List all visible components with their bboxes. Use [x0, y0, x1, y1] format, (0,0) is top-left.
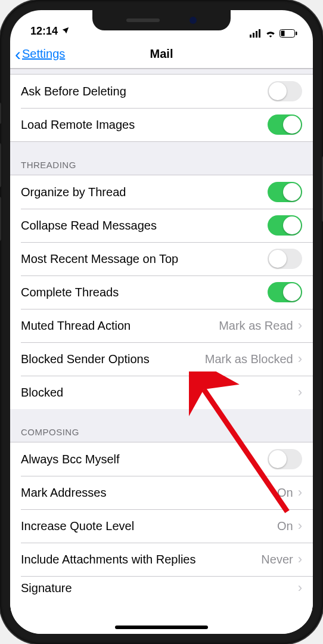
- ask-before-deleting-switch[interactable]: [268, 81, 302, 101]
- svg-rect-5: [281, 31, 285, 36]
- signature-label: Signature: [21, 581, 298, 595]
- load-remote-images-label: Load Remote Images: [21, 118, 268, 132]
- svg-rect-1: [253, 33, 254, 38]
- group-header-threading: THREADING: [10, 141, 313, 175]
- chevron-right-icon: ›: [298, 552, 302, 567]
- row-organize-by-thread[interactable]: Organize by Thread: [10, 175, 313, 209]
- most-recent-on-top-label: Most Recent Message on Top: [21, 252, 268, 266]
- status-time: 12:14: [30, 25, 58, 38]
- blocked-sender-options-label: Blocked Sender Options: [21, 352, 205, 366]
- load-remote-images-switch[interactable]: [268, 114, 302, 135]
- chevron-right-icon: ›: [298, 385, 302, 400]
- increase-quote-level-value: On: [277, 519, 293, 533]
- svg-rect-3: [259, 29, 260, 38]
- complete-threads-label: Complete Threads: [21, 286, 268, 299]
- chevron-right-icon: ›: [298, 485, 302, 500]
- row-most-recent-on-top[interactable]: Most Recent Message on Top: [10, 242, 313, 275]
- blocked-label: Blocked: [21, 386, 298, 400]
- row-ask-before-deleting[interactable]: Ask Before Deleting: [10, 75, 313, 108]
- ask-before-deleting-label: Ask Before Deleting: [21, 85, 268, 98]
- muted-thread-action-label: Muted Thread Action: [21, 319, 219, 333]
- complete-threads-switch[interactable]: [268, 282, 302, 302]
- cellular-signal-icon: [250, 29, 262, 38]
- always-bcc-myself-switch[interactable]: [268, 449, 302, 469]
- row-complete-threads[interactable]: Complete Threads: [10, 275, 313, 309]
- back-button[interactable]: ‹ Settings: [15, 45, 65, 63]
- back-label: Settings: [22, 47, 65, 61]
- include-attachments-label: Include Attachments with Replies: [21, 553, 261, 566]
- include-attachments-value: Never: [261, 553, 293, 566]
- row-blocked-sender-options[interactable]: Blocked Sender Options Mark as Blocked ›: [10, 342, 313, 376]
- row-always-bcc-myself[interactable]: Always Bcc Myself: [10, 442, 313, 476]
- row-increase-quote-level[interactable]: Increase Quote Level On ›: [10, 509, 313, 543]
- row-signature[interactable]: Signature ›: [10, 576, 313, 600]
- page-title: Mail: [150, 47, 173, 61]
- muted-thread-action-value: Mark as Read: [219, 319, 293, 333]
- chevron-right-icon: ›: [298, 351, 302, 367]
- svg-rect-2: [256, 31, 257, 38]
- row-load-remote-images[interactable]: Load Remote Images: [10, 108, 313, 141]
- row-collapse-read-messages[interactable]: Collapse Read Messages: [10, 209, 313, 242]
- organize-by-thread-label: Organize by Thread: [21, 185, 268, 199]
- organize-by-thread-switch[interactable]: [268, 182, 302, 202]
- location-icon: [61, 25, 70, 38]
- row-include-attachments[interactable]: Include Attachments with Replies Never ›: [10, 543, 313, 576]
- chevron-right-icon: ›: [298, 318, 302, 333]
- mark-addresses-label: Mark Addresses: [21, 486, 277, 500]
- row-blocked[interactable]: Blocked ›: [10, 376, 313, 409]
- wifi-icon: [265, 29, 276, 38]
- svg-rect-6: [296, 32, 297, 35]
- mark-addresses-value: On: [277, 486, 293, 500]
- svg-rect-0: [250, 35, 251, 38]
- most-recent-on-top-switch[interactable]: [268, 249, 302, 269]
- chevron-right-icon: ›: [298, 580, 302, 596]
- chevron-right-icon: ›: [298, 518, 302, 534]
- increase-quote-level-label: Increase Quote Level: [21, 519, 277, 533]
- always-bcc-myself-label: Always Bcc Myself: [21, 453, 268, 466]
- row-mark-addresses[interactable]: Mark Addresses On ›: [10, 476, 313, 509]
- nav-bar: ‹ Settings Mail: [10, 40, 313, 69]
- battery-icon: [279, 29, 297, 38]
- row-muted-thread-action[interactable]: Muted Thread Action Mark as Read ›: [10, 309, 313, 342]
- blocked-sender-options-value: Mark as Blocked: [205, 352, 293, 366]
- settings-list[interactable]: Ask Before Deleting Load Remote Images T…: [10, 69, 313, 634]
- collapse-read-messages-label: Collapse Read Messages: [21, 219, 268, 233]
- home-indicator[interactable]: [115, 626, 208, 629]
- collapse-read-messages-switch[interactable]: [268, 215, 302, 236]
- group-header-composing: COMPOSING: [10, 409, 313, 442]
- chevron-left-icon: ‹: [15, 45, 21, 63]
